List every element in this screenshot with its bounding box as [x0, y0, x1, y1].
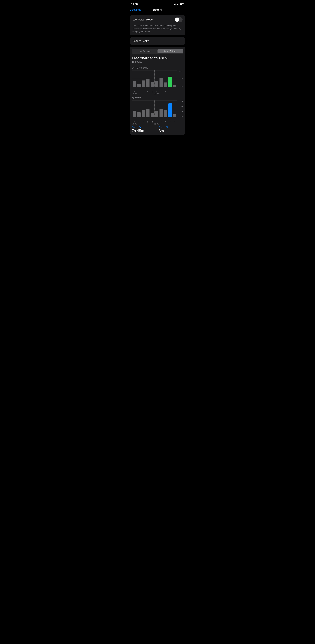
- tab-last-10-days[interactable]: Last 10 Days: [157, 49, 183, 54]
- back-button[interactable]: ‹ Settings: [130, 8, 141, 12]
- stats-panel: Last 24 Hours Last 10 Days Last Charged …: [130, 47, 185, 135]
- x-axis-label: W: [132, 91, 136, 93]
- screen-on-stat: Screen On 7h 45m: [132, 126, 156, 133]
- toggle-knob: [175, 18, 179, 22]
- screen-off-stat: Screen Off 3m: [159, 126, 183, 133]
- chart-bars-area: [132, 70, 177, 87]
- chart-bar: [133, 81, 136, 87]
- chart-bar: [160, 109, 163, 118]
- chart-bar: [164, 82, 167, 87]
- x-axis-label: S: [146, 121, 150, 123]
- chart-y-axis: 100 % 50 % 0 %: [177, 70, 183, 87]
- activity-bars-area: [132, 100, 177, 118]
- bar-group: [150, 100, 154, 118]
- status-icons: [173, 4, 184, 5]
- x-axis-label: S: [150, 91, 154, 93]
- battery-health-section: Battery Health ›: [130, 37, 185, 45]
- battery-date-labels: 16 Mar 21 Mar: [132, 93, 177, 95]
- x-axis-label: M: [155, 121, 159, 123]
- chart-bar: [155, 111, 158, 118]
- chart-bar: [160, 78, 163, 87]
- activity-y-axis: 9h 6h 3h 0m: [177, 100, 183, 118]
- bar-group: [168, 70, 172, 87]
- battery-icon: [180, 4, 184, 5]
- chart-bar: [137, 112, 141, 118]
- bar-group: [132, 100, 136, 118]
- x-axis-label: M: [155, 91, 159, 93]
- bar-group: [164, 100, 168, 118]
- chart-bar: [155, 81, 158, 87]
- x-axis-label: F: [141, 121, 145, 123]
- battery-health-row[interactable]: Battery Health ›: [130, 37, 185, 45]
- back-chevron-icon: ‹: [130, 8, 131, 12]
- x-axis-label: S: [150, 121, 154, 123]
- battery-health-card[interactable]: Battery Health ›: [130, 37, 185, 45]
- chart-bar: [133, 111, 136, 118]
- x-axis-label: T: [159, 121, 163, 123]
- low-power-mode-toggle[interactable]: [175, 17, 183, 22]
- chevron-right-icon: ›: [182, 40, 183, 42]
- chart-bar: [146, 109, 149, 118]
- bar-group: [155, 70, 159, 87]
- low-power-description: Low Power Mode temporarily reduces backg…: [130, 24, 185, 36]
- bar-group: [164, 70, 168, 87]
- activity-label: ACTIVITY: [132, 97, 183, 99]
- x-axis-label: W: [164, 91, 168, 93]
- x-axis-label: W: [132, 121, 136, 123]
- battery-usage-chart: 100 % 50 % 0 %: [132, 70, 183, 90]
- screen-off-value: 3m: [159, 129, 183, 133]
- x-axis-label: T: [137, 121, 141, 123]
- x-axis-label: S: [146, 91, 150, 93]
- bar-group: [173, 70, 176, 87]
- chart-bar: [142, 80, 145, 87]
- charge-title: Last Charged to 100 %: [132, 56, 183, 60]
- chart-bar: [137, 84, 141, 87]
- bar-group: [168, 100, 172, 118]
- chart-bar: [173, 114, 176, 118]
- low-power-mode-section: Low Power Mode Low Power Mode temporaril…: [130, 15, 185, 36]
- nav-bar: ‹ Settings Battery: [127, 8, 188, 13]
- battery-usage-label: BATTERY USAGE: [132, 67, 183, 69]
- charge-info: Last Charged to 100 % Thu 09:03: [132, 56, 183, 63]
- tab-last-24-hours[interactable]: Last 24 Hours: [132, 49, 157, 54]
- chart-bar: [168, 77, 172, 87]
- x-axis-label: F: [173, 121, 176, 123]
- low-power-mode-row: Low Power Mode: [130, 15, 185, 24]
- low-power-mode-card: Low Power Mode Low Power Mode temporaril…: [130, 15, 185, 36]
- screen-on-value: 7h 45m: [132, 129, 156, 133]
- screen-off-label: Screen Off: [159, 126, 183, 128]
- activity-date-labels: 16 Mar 21 Mar: [132, 123, 177, 125]
- bar-group: [141, 100, 145, 118]
- bar-group: [159, 100, 163, 118]
- status-bar: 11:38: [127, 0, 188, 8]
- page-title: Battery: [153, 8, 162, 12]
- charge-subtitle: Thu 09:03: [132, 60, 183, 63]
- x-axis-label: T: [137, 91, 141, 93]
- chart-bar: [151, 82, 154, 87]
- activity-x-labels: WTFSSMTWTF: [132, 121, 177, 123]
- x-axis-label: W: [164, 121, 168, 123]
- bar-group: [146, 70, 150, 87]
- chart-bar: [142, 110, 145, 118]
- bar-group: [159, 70, 163, 87]
- bar-group: [146, 100, 150, 118]
- bar-group: [150, 70, 154, 87]
- bar-group: [155, 100, 159, 118]
- back-label: Settings: [132, 8, 141, 12]
- bar-group: [137, 100, 141, 118]
- battery-x-labels: WTFSSMTWTF: [132, 91, 177, 93]
- battery-health-label: Battery Health: [132, 40, 149, 43]
- x-axis-label: F: [173, 91, 176, 93]
- chart-bar: [146, 79, 149, 87]
- low-power-mode-label: Low Power Mode: [132, 18, 153, 21]
- x-axis-label: T: [159, 91, 163, 93]
- chart-bar: [173, 85, 176, 87]
- activity-chart: 9h 6h 3h 0m: [132, 100, 183, 120]
- battery-usage-section: BATTERY USAGE 100 % 50 % 0 % WTFSSMTWTF …: [132, 67, 183, 95]
- status-time: 11:38: [131, 3, 138, 6]
- signal-icon: [173, 4, 176, 5]
- wifi-icon: [177, 4, 179, 5]
- bar-group: [141, 70, 145, 87]
- screen-on-label: Screen On: [132, 126, 156, 128]
- x-axis-label: T: [168, 91, 172, 93]
